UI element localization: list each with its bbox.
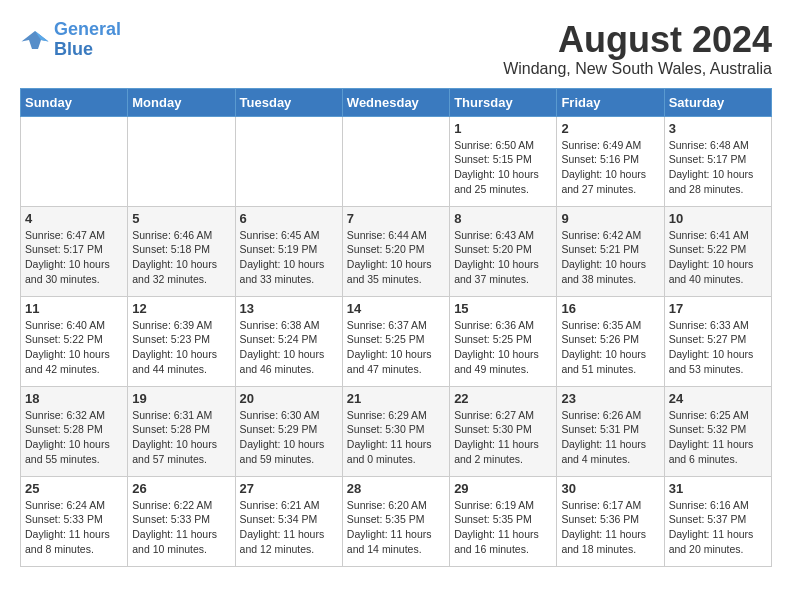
day-number: 1 (454, 121, 552, 136)
calendar-cell: 21Sunrise: 6:29 AM Sunset: 5:30 PM Dayli… (342, 386, 449, 476)
col-header-thursday: Thursday (450, 88, 557, 116)
day-info: Sunrise: 6:37 AM Sunset: 5:25 PM Dayligh… (347, 318, 445, 377)
calendar-cell (21, 116, 128, 206)
calendar-week-row: 11Sunrise: 6:40 AM Sunset: 5:22 PM Dayli… (21, 296, 772, 386)
calendar-cell: 30Sunrise: 6:17 AM Sunset: 5:36 PM Dayli… (557, 476, 664, 566)
col-header-wednesday: Wednesday (342, 88, 449, 116)
calendar-cell: 7Sunrise: 6:44 AM Sunset: 5:20 PM Daylig… (342, 206, 449, 296)
calendar-table: SundayMondayTuesdayWednesdayThursdayFrid… (20, 88, 772, 567)
day-number: 25 (25, 481, 123, 496)
calendar-cell: 18Sunrise: 6:32 AM Sunset: 5:28 PM Dayli… (21, 386, 128, 476)
calendar-header-row: SundayMondayTuesdayWednesdayThursdayFrid… (21, 88, 772, 116)
day-info: Sunrise: 6:50 AM Sunset: 5:15 PM Dayligh… (454, 138, 552, 197)
calendar-cell: 2Sunrise: 6:49 AM Sunset: 5:16 PM Daylig… (557, 116, 664, 206)
calendar-cell: 6Sunrise: 6:45 AM Sunset: 5:19 PM Daylig… (235, 206, 342, 296)
day-info: Sunrise: 6:45 AM Sunset: 5:19 PM Dayligh… (240, 228, 338, 287)
calendar-cell: 14Sunrise: 6:37 AM Sunset: 5:25 PM Dayli… (342, 296, 449, 386)
day-info: Sunrise: 6:22 AM Sunset: 5:33 PM Dayligh… (132, 498, 230, 557)
day-info: Sunrise: 6:49 AM Sunset: 5:16 PM Dayligh… (561, 138, 659, 197)
day-number: 13 (240, 301, 338, 316)
calendar-cell: 23Sunrise: 6:26 AM Sunset: 5:31 PM Dayli… (557, 386, 664, 476)
day-info: Sunrise: 6:20 AM Sunset: 5:35 PM Dayligh… (347, 498, 445, 557)
calendar-cell: 20Sunrise: 6:30 AM Sunset: 5:29 PM Dayli… (235, 386, 342, 476)
day-info: Sunrise: 6:17 AM Sunset: 5:36 PM Dayligh… (561, 498, 659, 557)
calendar-cell: 8Sunrise: 6:43 AM Sunset: 5:20 PM Daylig… (450, 206, 557, 296)
page-header: General Blue August 2024 Windang, New So… (20, 20, 772, 78)
calendar-cell: 26Sunrise: 6:22 AM Sunset: 5:33 PM Dayli… (128, 476, 235, 566)
title-area: August 2024 Windang, New South Wales, Au… (503, 20, 772, 78)
calendar-week-row: 4Sunrise: 6:47 AM Sunset: 5:17 PM Daylig… (21, 206, 772, 296)
day-info: Sunrise: 6:21 AM Sunset: 5:34 PM Dayligh… (240, 498, 338, 557)
calendar-week-row: 25Sunrise: 6:24 AM Sunset: 5:33 PM Dayli… (21, 476, 772, 566)
day-number: 9 (561, 211, 659, 226)
calendar-cell: 3Sunrise: 6:48 AM Sunset: 5:17 PM Daylig… (664, 116, 771, 206)
day-number: 2 (561, 121, 659, 136)
calendar-cell: 27Sunrise: 6:21 AM Sunset: 5:34 PM Dayli… (235, 476, 342, 566)
month-title: August 2024 (503, 20, 772, 60)
col-header-monday: Monday (128, 88, 235, 116)
day-info: Sunrise: 6:40 AM Sunset: 5:22 PM Dayligh… (25, 318, 123, 377)
logo-line2: Blue (54, 39, 93, 59)
logo: General Blue (20, 20, 121, 60)
day-number: 20 (240, 391, 338, 406)
day-number: 19 (132, 391, 230, 406)
day-number: 15 (454, 301, 552, 316)
day-info: Sunrise: 6:19 AM Sunset: 5:35 PM Dayligh… (454, 498, 552, 557)
day-info: Sunrise: 6:30 AM Sunset: 5:29 PM Dayligh… (240, 408, 338, 467)
day-info: Sunrise: 6:25 AM Sunset: 5:32 PM Dayligh… (669, 408, 767, 467)
day-number: 30 (561, 481, 659, 496)
day-number: 26 (132, 481, 230, 496)
logo-text: General Blue (54, 20, 121, 60)
col-header-friday: Friday (557, 88, 664, 116)
day-number: 6 (240, 211, 338, 226)
calendar-cell: 28Sunrise: 6:20 AM Sunset: 5:35 PM Dayli… (342, 476, 449, 566)
day-number: 8 (454, 211, 552, 226)
day-info: Sunrise: 6:16 AM Sunset: 5:37 PM Dayligh… (669, 498, 767, 557)
calendar-cell (128, 116, 235, 206)
calendar-cell: 12Sunrise: 6:39 AM Sunset: 5:23 PM Dayli… (128, 296, 235, 386)
day-number: 17 (669, 301, 767, 316)
day-number: 5 (132, 211, 230, 226)
day-number: 24 (669, 391, 767, 406)
day-info: Sunrise: 6:42 AM Sunset: 5:21 PM Dayligh… (561, 228, 659, 287)
day-info: Sunrise: 6:39 AM Sunset: 5:23 PM Dayligh… (132, 318, 230, 377)
calendar-cell: 24Sunrise: 6:25 AM Sunset: 5:32 PM Dayli… (664, 386, 771, 476)
day-number: 10 (669, 211, 767, 226)
col-header-saturday: Saturday (664, 88, 771, 116)
day-number: 14 (347, 301, 445, 316)
day-info: Sunrise: 6:32 AM Sunset: 5:28 PM Dayligh… (25, 408, 123, 467)
day-info: Sunrise: 6:46 AM Sunset: 5:18 PM Dayligh… (132, 228, 230, 287)
day-info: Sunrise: 6:31 AM Sunset: 5:28 PM Dayligh… (132, 408, 230, 467)
calendar-cell: 11Sunrise: 6:40 AM Sunset: 5:22 PM Dayli… (21, 296, 128, 386)
calendar-cell: 5Sunrise: 6:46 AM Sunset: 5:18 PM Daylig… (128, 206, 235, 296)
day-number: 12 (132, 301, 230, 316)
day-number: 16 (561, 301, 659, 316)
day-number: 3 (669, 121, 767, 136)
logo-bird-icon (20, 28, 50, 52)
calendar-cell: 31Sunrise: 6:16 AM Sunset: 5:37 PM Dayli… (664, 476, 771, 566)
calendar-week-row: 1Sunrise: 6:50 AM Sunset: 5:15 PM Daylig… (21, 116, 772, 206)
calendar-cell: 25Sunrise: 6:24 AM Sunset: 5:33 PM Dayli… (21, 476, 128, 566)
day-number: 22 (454, 391, 552, 406)
day-number: 28 (347, 481, 445, 496)
day-info: Sunrise: 6:43 AM Sunset: 5:20 PM Dayligh… (454, 228, 552, 287)
logo-line1: General (54, 19, 121, 39)
calendar-cell: 17Sunrise: 6:33 AM Sunset: 5:27 PM Dayli… (664, 296, 771, 386)
day-info: Sunrise: 6:48 AM Sunset: 5:17 PM Dayligh… (669, 138, 767, 197)
day-info: Sunrise: 6:27 AM Sunset: 5:30 PM Dayligh… (454, 408, 552, 467)
calendar-cell: 1Sunrise: 6:50 AM Sunset: 5:15 PM Daylig… (450, 116, 557, 206)
day-info: Sunrise: 6:35 AM Sunset: 5:26 PM Dayligh… (561, 318, 659, 377)
day-number: 23 (561, 391, 659, 406)
day-info: Sunrise: 6:44 AM Sunset: 5:20 PM Dayligh… (347, 228, 445, 287)
day-info: Sunrise: 6:38 AM Sunset: 5:24 PM Dayligh… (240, 318, 338, 377)
calendar-cell: 9Sunrise: 6:42 AM Sunset: 5:21 PM Daylig… (557, 206, 664, 296)
calendar-week-row: 18Sunrise: 6:32 AM Sunset: 5:28 PM Dayli… (21, 386, 772, 476)
calendar-cell: 29Sunrise: 6:19 AM Sunset: 5:35 PM Dayli… (450, 476, 557, 566)
calendar-cell: 15Sunrise: 6:36 AM Sunset: 5:25 PM Dayli… (450, 296, 557, 386)
day-info: Sunrise: 6:47 AM Sunset: 5:17 PM Dayligh… (25, 228, 123, 287)
col-header-sunday: Sunday (21, 88, 128, 116)
day-info: Sunrise: 6:36 AM Sunset: 5:25 PM Dayligh… (454, 318, 552, 377)
day-info: Sunrise: 6:41 AM Sunset: 5:22 PM Dayligh… (669, 228, 767, 287)
calendar-cell (235, 116, 342, 206)
day-number: 21 (347, 391, 445, 406)
